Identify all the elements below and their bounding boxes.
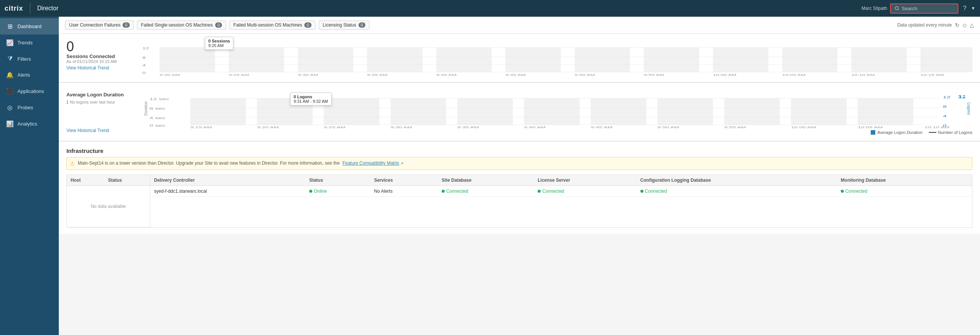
- sidebar-label-dashboard: Dashboard: [18, 24, 42, 29]
- logon-tooltip: 0 Logons 9:31 AM - 9:32 AM: [290, 92, 332, 105]
- svg-rect-56: [791, 98, 847, 125]
- sidebar-item-dashboard[interactable]: ⊞ Dashboard: [0, 18, 59, 35]
- main-layout: ⊞ Dashboard 📈 Trends ⧩ Filters 🔔 Alerts …: [0, 17, 980, 335]
- sidebar-item-analytics[interactable]: 📊 Analytics: [0, 116, 59, 132]
- tab-fms-badge: 0: [304, 22, 311, 28]
- sidebar-item-probes[interactable]: ◎ Probes: [0, 99, 59, 116]
- header-divider: [30, 3, 30, 14]
- dc-col-monitoring-db: Monitoring Database: [837, 175, 972, 186]
- logon-chart-wrapper: Duration 0 sec 4 sec 8 sec 12 sec 0 4: [142, 89, 972, 129]
- sidebar-item-applications[interactable]: ⬛ Applications: [0, 83, 59, 99]
- svg-rect-51: [457, 98, 513, 125]
- svg-text:4 sec: 4 sec: [150, 116, 165, 120]
- user-menu-label: ▼: [971, 6, 975, 11]
- svg-text:10:10 AM: 10:10 AM: [851, 73, 875, 76]
- compatibility-matrix-link[interactable]: Feature Compatibility Matrix: [343, 160, 399, 166]
- svg-text:9:20 AM: 9:20 AM: [257, 125, 278, 129]
- svg-text:9:20 AM: 9:20 AM: [160, 73, 180, 76]
- citrix-logo: citrix: [5, 5, 23, 13]
- sessions-sublabel: As of 01/11/2024 10:15 AM: [67, 59, 135, 64]
- logon-tooltip-time: 9:31 AM - 9:32 AM: [294, 99, 328, 103]
- svg-rect-19: [782, 48, 838, 72]
- tab-ucf-badge: 0: [123, 22, 129, 28]
- svg-point-0: [896, 6, 899, 10]
- y-axis-label-duration: Duration: [142, 89, 150, 129]
- svg-text:9:40 AM: 9:40 AM: [524, 125, 546, 129]
- logon-view-trend[interactable]: View Historical Trend: [67, 128, 135, 133]
- sessions-view-trend[interactable]: View Historical Trend: [67, 65, 135, 71]
- help-button[interactable]: ?: [963, 5, 966, 12]
- sessions-chart-svg: 0 4 8 12: [142, 40, 972, 76]
- dc-col-config-log-db: Configuration Logging Database: [636, 175, 837, 186]
- site-db-dot: [442, 190, 445, 193]
- sidebar-label-trends: Trends: [18, 40, 33, 46]
- sessions-label: Sessions Connected: [67, 54, 135, 59]
- svg-text:12: 12: [943, 95, 950, 99]
- dc-config-log-db: Connected: [636, 186, 837, 197]
- sidebar-item-trends[interactable]: 📈 Trends: [0, 35, 59, 51]
- logo-area: citrix Director: [5, 3, 59, 14]
- logon-sublabel: No logons over last hour: [70, 100, 115, 104]
- svg-rect-21: [920, 48, 972, 72]
- svg-rect-16: [575, 48, 630, 72]
- dc-monitoring-db: Connected: [837, 186, 972, 197]
- search-box[interactable]: [890, 3, 958, 14]
- logon-stat: Average Logon Duration ℹ No logons over …: [67, 89, 135, 133]
- sidebar-label-applications: Applications: [18, 88, 44, 94]
- user-menu[interactable]: ▼: [971, 6, 975, 11]
- svg-text:8: 8: [943, 105, 947, 108]
- sessions-number: 0: [67, 40, 135, 54]
- tab-failed-multi-session[interactable]: Failed Multi-session OS Machines 0: [229, 21, 316, 30]
- infra-warning: ⚠ Main-Sept14 is on a lower version than…: [67, 157, 972, 170]
- search-input[interactable]: [902, 6, 954, 11]
- tab-failed-single-session[interactable]: Failed Single-session OS Machines 0: [137, 21, 226, 30]
- host-no-data-row: No data available: [67, 186, 150, 227]
- sidebar-item-alerts[interactable]: 🔔 Alerts: [0, 67, 59, 83]
- trends-icon: 📈: [6, 39, 14, 46]
- sessions-tooltip-time: 9:25 AM: [208, 43, 230, 48]
- tab-ls-badge: 0: [358, 22, 365, 28]
- sessions-chart-section: 0 Sessions Connected As of 01/11/2024 10…: [59, 34, 980, 83]
- sidebar-label-analytics: Analytics: [18, 121, 37, 127]
- sidebar-label-filters: Filters: [18, 56, 31, 62]
- filters-icon: ⧩: [6, 56, 14, 62]
- svg-text:10:00 AM: 10:00 AM: [791, 125, 816, 129]
- warning-text: Main-Sept14 is on a lower version than D…: [78, 160, 403, 166]
- logon-label: Average Logon Duration: [67, 92, 135, 97]
- svg-rect-13: [367, 48, 423, 72]
- svg-rect-15: [505, 48, 561, 72]
- svg-text:9:25 AM: 9:25 AM: [324, 125, 345, 129]
- alert-bell-icon[interactable]: △: [970, 22, 974, 28]
- legend-avg-label: Average Logon Duration: [877, 130, 922, 135]
- svg-text:9:30 AM: 9:30 AM: [390, 125, 412, 129]
- sessions-tooltip: 0 Sessions 9:25 AM: [205, 37, 233, 50]
- svg-rect-52: [524, 98, 580, 125]
- svg-text:9:50 AM: 9:50 AM: [657, 125, 679, 129]
- svg-text:4: 4: [943, 114, 947, 118]
- infrastructure-section: Infrastructure ⚠ Main-Sept14 is on a low…: [59, 141, 980, 234]
- y-axis-label-logons: Logons: [965, 89, 972, 129]
- logon-chart-section: Average Logon Duration ℹ No logons over …: [59, 83, 980, 141]
- svg-text:9:55 AM: 9:55 AM: [644, 73, 664, 76]
- tab-fss-badge: 0: [215, 22, 222, 28]
- svg-text:9:35 AM: 9:35 AM: [457, 125, 479, 129]
- sessions-chart-area: 0 Sessions 9:25 AM 0 4 8 12: [142, 40, 972, 76]
- sidebar-label-probes: Probes: [18, 105, 33, 110]
- svg-rect-49: [324, 98, 379, 125]
- sidebar-item-filters[interactable]: ⧩ Filters: [0, 51, 59, 67]
- tab-ucf-label: User Connection Failures: [69, 22, 120, 28]
- dc-col-status: Status: [305, 175, 370, 186]
- tab-licensing-status[interactable]: Licensing Status 0: [319, 21, 369, 30]
- external-link-icon: ↗: [400, 161, 403, 165]
- diamond-icon[interactable]: ◇: [963, 22, 967, 28]
- svg-rect-54: [657, 98, 713, 125]
- update-text: Data updated every minute: [897, 22, 952, 28]
- sidebar-label-alerts: Alerts: [18, 72, 30, 78]
- tab-user-connection-failures[interactable]: User Connection Failures 0: [65, 21, 134, 30]
- svg-rect-17: [644, 48, 699, 72]
- header: citrix Director Marc Stipath ? ▼: [0, 0, 980, 17]
- host-table: Host Status No data available: [67, 175, 150, 227]
- refresh-icon[interactable]: ↻: [955, 22, 959, 28]
- alert-tabs-bar: User Connection Failures 0 Failed Single…: [59, 17, 980, 34]
- svg-text:8: 8: [142, 56, 146, 60]
